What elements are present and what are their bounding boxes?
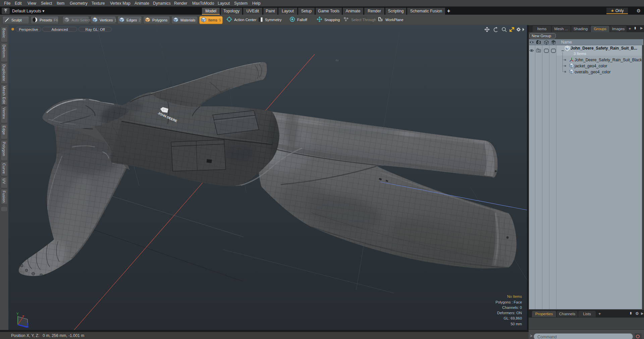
svg-text:4x: 4x [335,59,339,62]
svg-text:Y: Y [16,312,19,316]
